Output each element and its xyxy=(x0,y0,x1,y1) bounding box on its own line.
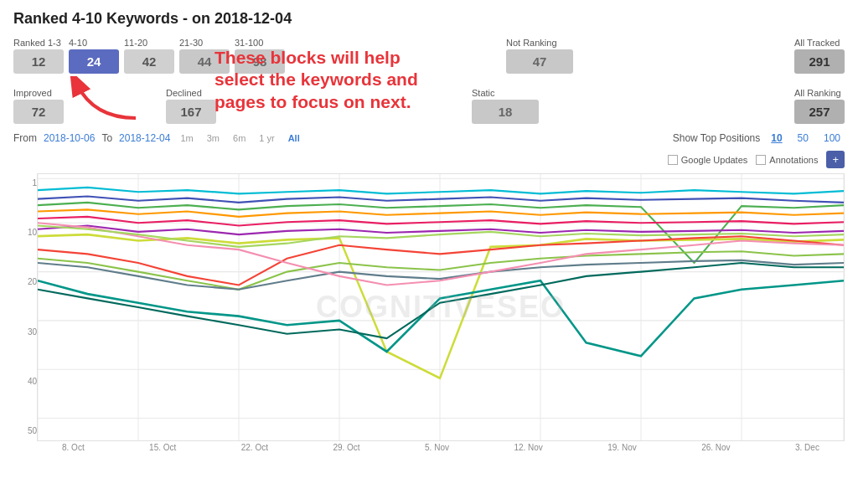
from-label: From xyxy=(13,132,37,144)
add-annotation-button[interactable]: + xyxy=(826,151,845,168)
y-label-10: 10 xyxy=(13,228,37,237)
chart-wrapper: 1 10 20 30 40 50 COGNITIVESEO xyxy=(13,172,845,452)
ranked-21-30-value[interactable]: 44 xyxy=(179,49,230,74)
ranked-4-10-value[interactable]: 24 xyxy=(69,49,119,74)
x-label-8oct: 8. Oct xyxy=(62,443,85,452)
google-updates-checkbox-icon[interactable] xyxy=(668,155,678,165)
ranked-11-20-value[interactable]: 42 xyxy=(124,49,174,74)
y-axis: 1 10 20 30 40 50 xyxy=(13,172,37,452)
chart-right: COGNITIVESEO xyxy=(37,172,845,452)
static-label: Static xyxy=(472,88,539,98)
row2-container: Improved 72 Declined 167 xyxy=(13,76,845,124)
ranked-31-100-value[interactable]: 98 xyxy=(235,49,285,74)
ranked-1-3-label: Ranked 1-3 xyxy=(13,38,64,48)
period-1m-btn[interactable]: 1m xyxy=(177,131,196,145)
ranked-4-10-label: 4-10 xyxy=(69,38,119,48)
controls-row: From 2018-10-06 To 2018-12-04 1m 3m 6m 1… xyxy=(13,131,845,146)
stat-improved[interactable]: Improved 72 xyxy=(13,88,64,124)
stat-ranked-11-20[interactable]: 11-20 42 xyxy=(124,38,174,74)
declined-label: Declined xyxy=(166,88,216,98)
x-label-29oct: 29. Oct xyxy=(333,443,359,452)
google-updates-legend[interactable]: Google Updates xyxy=(668,155,748,165)
all-ranking-value[interactable]: 257 xyxy=(794,100,845,124)
period-all-btn[interactable]: All xyxy=(285,131,303,145)
stat-ranked-31-100[interactable]: 31-100 98 xyxy=(235,38,285,74)
stat-static[interactable]: Static 18 xyxy=(472,88,539,124)
all-tracked-value[interactable]: 291 xyxy=(794,49,845,74)
x-label-15oct: 15. Oct xyxy=(149,443,176,452)
legend-row: Google Updates Annotations + xyxy=(13,151,845,168)
not-ranking-label: Not Ranking xyxy=(506,38,573,48)
stat-ranked-4-10[interactable]: 4-10 24 xyxy=(69,38,119,74)
stat-ranked-1-3[interactable]: Ranked 1-3 12 xyxy=(13,38,64,74)
chart-svg xyxy=(38,174,844,440)
ranked-1-3-value[interactable]: 12 xyxy=(13,49,64,74)
y-label-40: 40 xyxy=(13,377,37,386)
stat-all-tracked[interactable]: All Tracked 291 xyxy=(794,38,845,74)
static-value[interactable]: 18 xyxy=(472,100,539,124)
y-label-50: 50 xyxy=(13,426,37,435)
period-3m-btn[interactable]: 3m xyxy=(204,131,223,145)
improved-value[interactable]: 72 xyxy=(13,100,64,124)
y-label-20: 20 xyxy=(13,277,37,286)
stats-row2: Improved 72 Declined 167 xyxy=(13,76,845,124)
x-label-26nov: 26. Nov xyxy=(701,443,730,452)
x-label-12nov: 12. Nov xyxy=(514,443,542,452)
not-ranking-value[interactable]: 47 xyxy=(506,49,573,74)
x-label-22oct: 22. Oct xyxy=(241,443,268,452)
all-tracked-label: All Tracked xyxy=(794,38,845,48)
ranked-21-30-label: 21-30 xyxy=(179,38,230,48)
position-100-btn[interactable]: 100 xyxy=(819,131,845,146)
period-1yr-btn[interactable]: 1 yr xyxy=(256,131,277,145)
period-6m-btn[interactable]: 6m xyxy=(230,131,249,145)
page-title: Ranked 4-10 Keywords - on 2018-12-04 xyxy=(13,10,845,28)
y-label-1: 1 xyxy=(13,178,37,188)
position-50-btn[interactable]: 50 xyxy=(793,131,813,146)
arrow-area xyxy=(69,76,144,124)
declined-value[interactable]: 167 xyxy=(166,100,216,124)
x-label-19nov: 19. Nov xyxy=(607,443,636,452)
to-date-input[interactable]: 2018-12-04 xyxy=(119,132,170,144)
x-axis-labels: 8. Oct 15. Oct 22. Oct 29. Oct 5. Nov 12… xyxy=(37,441,845,452)
ranked-31-100-label: 31-100 xyxy=(235,38,285,48)
annotations-label: Annotations xyxy=(769,155,818,165)
stat-all-ranking[interactable]: All Ranking 257 xyxy=(794,88,845,124)
to-label: To xyxy=(101,132,112,144)
google-updates-label: Google Updates xyxy=(681,155,748,165)
annotations-legend[interactable]: Annotations xyxy=(756,155,818,165)
stats-section: Ranked 1-3 12 4-10 24 11-20 42 21-30 44 … xyxy=(13,38,845,124)
x-label-5nov: 5. Nov xyxy=(425,443,449,452)
y-label-30: 30 xyxy=(13,327,37,337)
all-ranking-label: All Ranking xyxy=(794,88,845,98)
annotations-checkbox-icon[interactable] xyxy=(756,155,766,165)
x-label-3dec: 3. Dec xyxy=(795,443,819,452)
from-date-input[interactable]: 2018-10-06 xyxy=(44,132,95,144)
show-positions-label: Show Top Positions xyxy=(673,132,761,144)
stats-row1: Ranked 1-3 12 4-10 24 11-20 42 21-30 44 … xyxy=(13,38,845,74)
improved-label: Improved xyxy=(13,88,64,98)
stat-declined[interactable]: Declined 167 xyxy=(166,88,216,124)
annotation-arrow-icon xyxy=(69,76,144,122)
ranked-11-20-label: 11-20 xyxy=(124,38,174,48)
stat-not-ranking[interactable]: Not Ranking 47 xyxy=(506,38,573,74)
position-10-btn[interactable]: 10 xyxy=(767,131,786,146)
chart-area: COGNITIVESEO xyxy=(37,173,845,441)
stat-ranked-21-30[interactable]: 21-30 44 xyxy=(179,38,230,74)
